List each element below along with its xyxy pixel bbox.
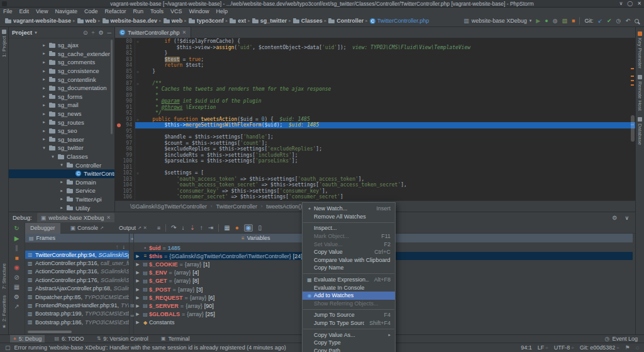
chevron-down-icon[interactable]: ▾ bbox=[42, 145, 47, 150]
chevron-right-icon[interactable]: ▸ bbox=[42, 111, 47, 116]
git-branch-widget[interactable]: Git: e00d5382÷ bbox=[580, 344, 619, 351]
chevron-right-icon[interactable]: ▸ bbox=[59, 179, 64, 185]
chevron-right-icon[interactable]: ▸ bbox=[42, 60, 47, 65]
frame-up-icon[interactable]: ↑ bbox=[116, 244, 119, 250]
chevron-right-icon[interactable]: ▸ bbox=[59, 188, 64, 193]
tree-item-sg_cache_extender[interactable]: ▸sg_cache_extender bbox=[9, 50, 114, 59]
run-to-cursor-icon[interactable]: ⇥ bbox=[208, 225, 213, 231]
breadcrumb-item[interactable]: web bbox=[77, 18, 97, 24]
chevron-right-icon[interactable]: ▸ bbox=[42, 128, 47, 133]
chevron-right-icon[interactable]: ▸ bbox=[42, 86, 47, 91]
breadcrumb-item[interactable]: Classes bbox=[293, 18, 323, 24]
tree-item-sg_routes[interactable]: ▸sg_routes bbox=[9, 118, 114, 127]
rollback-icon[interactable]: ↶ bbox=[625, 18, 630, 24]
tree-item-sg_twitter[interactable]: ▾sg_twitter bbox=[9, 144, 114, 152]
frame-row[interactable]: ▥FrontendRequestHandler.php:91,TYPO3\C bbox=[25, 301, 129, 309]
profiler-icon[interactable]: ▧ bbox=[562, 18, 568, 24]
menu-navigate[interactable]: Navigate bbox=[55, 8, 77, 14]
chevron-right-icon[interactable]: ▸ bbox=[42, 43, 47, 48]
tool-button-version-control[interactable]: ⇅9: Version Control bbox=[94, 335, 152, 343]
breadcrumb-item[interactable]: Controller bbox=[328, 18, 364, 24]
menu-file[interactable]: File bbox=[3, 8, 13, 14]
tree-item-sg_seo[interactable]: ▸sg_seo bbox=[9, 127, 114, 135]
error-stripe-mark[interactable] bbox=[631, 76, 634, 77]
step-out-icon[interactable]: ↑ bbox=[200, 225, 203, 231]
chevron-right-icon[interactable]: ▸ bbox=[42, 120, 47, 125]
tree-item-twitterapi[interactable]: ▸TwitterApi bbox=[9, 195, 114, 204]
fold-marker-icon[interactable]: ▫ bbox=[135, 81, 140, 87]
caret-position-widget[interactable]: 94:1 bbox=[521, 344, 532, 351]
menu-item-jump-to-source[interactable]: Jump To SourceF4 bbox=[303, 311, 395, 319]
force-step-into-icon[interactable]: ⇣ bbox=[189, 225, 194, 231]
hide-icon[interactable]: ─ bbox=[108, 30, 111, 36]
menu-window[interactable]: Window bbox=[189, 8, 209, 14]
fold-marker-icon[interactable]: ▫ bbox=[135, 116, 140, 123]
run-config-selector[interactable]: ▥ website-base XDebug ▾ bbox=[464, 18, 531, 24]
fold-marker-icon[interactable]: ▫ bbox=[135, 69, 140, 75]
menu-icon[interactable]: ≡ bbox=[157, 225, 160, 231]
chevron-right-icon[interactable]: ▶ bbox=[134, 295, 142, 300]
breakpoints-circle-icon[interactable]: ● bbox=[235, 225, 239, 231]
editor-scrollbar[interactable] bbox=[631, 115, 635, 142]
evaluate-expression-icon[interactable]: ▦ bbox=[224, 225, 230, 231]
menu-item-add-to-watches[interactable]: ◉Add to Watches bbox=[303, 292, 395, 300]
breadcrumb-item[interactable]: ext bbox=[230, 18, 246, 24]
settings-icon[interactable]: ⚙ bbox=[99, 30, 104, 36]
chevron-right-icon[interactable]: ▸ bbox=[42, 94, 47, 99]
chevron-right-icon[interactable]: ▶ bbox=[134, 312, 142, 317]
notification-icon[interactable]: ▢ bbox=[5, 344, 11, 351]
chevron-right-icon[interactable]: ▶ bbox=[134, 254, 142, 259]
tree-item-sg_news[interactable]: ▸sg_news bbox=[9, 110, 114, 118]
editor-breadcrumb-item[interactable]: tweetsAction() bbox=[266, 203, 302, 210]
add-watch-icon[interactable]: + bbox=[130, 236, 135, 242]
tree-item-sg_forms[interactable]: ▸sg_forms bbox=[9, 93, 114, 101]
frames-hscrollbar[interactable] bbox=[28, 331, 72, 333]
line-ending-widget[interactable]: LF÷ bbox=[538, 344, 548, 351]
chevron-down-icon[interactable]: ▾ bbox=[50, 154, 55, 159]
project-header-title[interactable]: Project bbox=[12, 29, 32, 36]
chevron-right-icon[interactable]: ▶ bbox=[134, 270, 142, 275]
error-stripe-mark[interactable] bbox=[631, 80, 634, 81]
coverage-icon[interactable]: ◍ bbox=[553, 18, 558, 24]
step-into-icon[interactable]: ↓ bbox=[181, 225, 184, 231]
chevron-right-icon[interactable]: ▶ bbox=[134, 262, 142, 267]
breadcrumb-item[interactable]: web bbox=[164, 18, 183, 24]
menu-item-evaluate-in-console[interactable]: Evaluate In Console bbox=[303, 283, 395, 292]
chevron-right-icon[interactable]: ▶ bbox=[134, 320, 142, 325]
fold-marker-icon[interactable]: ▫ bbox=[135, 38, 140, 45]
chevron-right-icon[interactable]: ▸ bbox=[42, 137, 47, 142]
breadcrumb-item[interactable]: typo3conf bbox=[189, 18, 224, 24]
stop-icon[interactable]: ■ bbox=[572, 18, 575, 24]
close-icon[interactable]: ✕ bbox=[143, 225, 147, 230]
frame-row[interactable]: ▥Bootstrap.php:199,TYPO3\CMS\Extbase\C bbox=[25, 310, 129, 318]
menu-vcs[interactable]: VCS bbox=[170, 8, 182, 14]
project-tool-icon[interactable] bbox=[2, 30, 6, 34]
editor-breadcrumb-item[interactable]: \SGalinski\SgTwitter\Controller bbox=[130, 203, 207, 210]
tab-debugger[interactable]: Debugger bbox=[25, 223, 60, 234]
locate-icon[interactable]: ⊙ bbox=[83, 30, 88, 36]
event-log-button[interactable]: ◷ Event Log bbox=[605, 336, 644, 342]
tab-console[interactable]: ▣Console↗ bbox=[65, 223, 109, 234]
trash-icon[interactable]: ▯ bbox=[258, 225, 262, 231]
chevron-right-icon[interactable]: ▸ bbox=[42, 77, 47, 82]
menu-help[interactable]: Help bbox=[216, 8, 228, 14]
minimize-icon[interactable]: ∨ bbox=[625, 215, 629, 221]
tree-item-classes[interactable]: ▾Classes bbox=[9, 152, 114, 161]
collapse-all-icon[interactable]: ÷ bbox=[92, 30, 95, 36]
mute-breakpoints-icon[interactable]: ⊘ bbox=[14, 275, 19, 281]
view-breakpoints-icon[interactable]: ◉ bbox=[14, 264, 19, 271]
debug-session-tab[interactable]: ▣ website-base XDebug ✕ bbox=[37, 213, 114, 222]
chevron-right-icon[interactable]: ▶ bbox=[134, 278, 142, 283]
tool-button-todo[interactable]: ▤6: TODO bbox=[51, 335, 87, 343]
tree-item-twittercontroller[interactable]: CTwitterController bbox=[9, 169, 114, 178]
stop-icon[interactable]: ■ bbox=[14, 255, 18, 261]
menu-item-evaluate-expression[interactable]: ▦Evaluate Expression...Alt+F8 bbox=[303, 276, 395, 284]
error-stripe-mark[interactable] bbox=[631, 84, 634, 86]
tool-button-terminal[interactable]: ▣Terminal bbox=[158, 335, 193, 343]
project-tree-scrollbar[interactable] bbox=[111, 40, 113, 134]
update-icon[interactable]: ↙ bbox=[598, 18, 603, 24]
history-icon[interactable]: ◷ bbox=[616, 18, 621, 24]
tool-button-favorites[interactable]: 2: Favorites bbox=[1, 295, 7, 322]
menu-item-remove-all-watches[interactable]: Remove All Watches bbox=[303, 213, 395, 221]
chevron-right-icon[interactable]: ▸ bbox=[42, 103, 47, 108]
